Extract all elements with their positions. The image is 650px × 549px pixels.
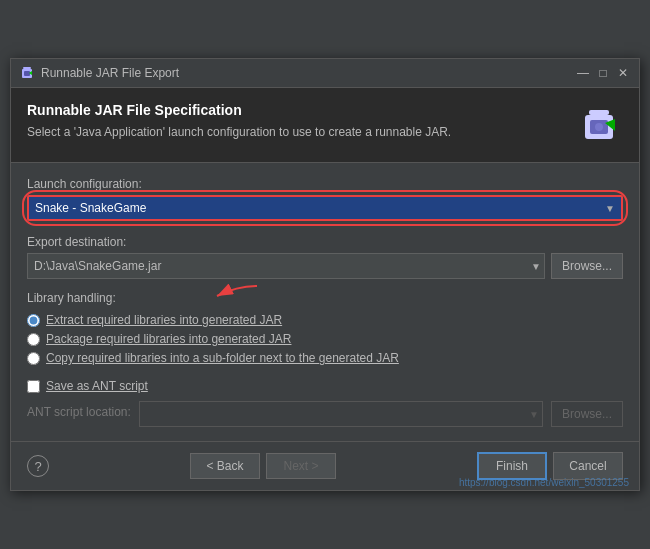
launch-config-wrapper: Snake - SnakeGame ▼	[27, 195, 623, 221]
form-content: Launch configuration: Snake - SnakeGame …	[11, 163, 639, 441]
back-button[interactable]: < Back	[190, 453, 260, 479]
svg-rect-2	[24, 71, 30, 76]
footer-right: Finish Cancel	[477, 452, 623, 480]
launch-config-row: Snake - SnakeGame ▼	[27, 195, 623, 221]
export-dest-label: Export destination:	[27, 235, 623, 249]
dialog-window: Runnable JAR File Export — □ ✕ Runnable …	[10, 58, 640, 491]
save-ant-row: Save as ANT script	[27, 379, 623, 393]
export-dest-row: ▼ Browse...	[27, 253, 623, 279]
save-ant-checkbox[interactable]	[27, 380, 40, 393]
library-handling-radio-group: Extract required libraries into generate…	[27, 313, 623, 365]
radio-copy-input[interactable]	[27, 352, 40, 365]
ant-script-label: ANT script location:	[27, 405, 131, 419]
radio-package-input[interactable]	[27, 333, 40, 346]
finish-button[interactable]: Finish	[477, 452, 547, 480]
header-description: Select a 'Java Application' launch confi…	[27, 124, 565, 141]
help-button[interactable]: ?	[27, 455, 49, 477]
cancel-button[interactable]: Cancel	[553, 452, 623, 480]
close-button[interactable]: ✕	[615, 65, 631, 81]
svg-rect-4	[589, 110, 609, 115]
radio-package-label: Package required libraries into generate…	[46, 332, 291, 346]
export-dest-wrapper: ▼	[27, 253, 545, 279]
save-ant-label: Save as ANT script	[46, 379, 148, 393]
launch-config-label: Launch configuration:	[27, 177, 623, 191]
ant-script-row: ANT script location: ▼ Browse...	[27, 401, 623, 427]
header-title: Runnable JAR File Specification	[27, 102, 565, 118]
radio-extract-label: Extract required libraries into generate…	[46, 313, 282, 327]
radio-copy-label: Copy required libraries into a sub-folde…	[46, 351, 399, 365]
next-button[interactable]: Next >	[266, 453, 336, 479]
browse-dest-button[interactable]: Browse...	[551, 253, 623, 279]
title-bar-text: Runnable JAR File Export	[41, 66, 569, 80]
library-handling-label: Library handling:	[27, 291, 623, 305]
title-bar: Runnable JAR File Export — □ ✕	[11, 59, 639, 88]
title-bar-controls: — □ ✕	[575, 65, 631, 81]
svg-point-7	[595, 123, 603, 131]
ant-script-input	[139, 401, 543, 427]
ant-script-wrapper: ▼	[139, 401, 543, 427]
radio-extract[interactable]: Extract required libraries into generate…	[27, 313, 623, 327]
launch-config-select[interactable]: Snake - SnakeGame	[27, 195, 623, 221]
header-text: Runnable JAR File Specification Select a…	[27, 102, 565, 141]
header-section: Runnable JAR File Specification Select a…	[11, 88, 639, 163]
radio-copy[interactable]: Copy required libraries into a sub-folde…	[27, 351, 623, 365]
maximize-button[interactable]: □	[595, 65, 611, 81]
footer-center: < Back Next >	[190, 453, 336, 479]
radio-package[interactable]: Package required libraries into generate…	[27, 332, 623, 346]
browse-ant-button: Browse...	[551, 401, 623, 427]
header-jar-icon	[575, 102, 623, 150]
footer: ? < Back Next > Finish Cancel https://bl…	[11, 441, 639, 490]
svg-rect-0	[23, 67, 31, 69]
minimize-button[interactable]: —	[575, 65, 591, 81]
export-dest-input[interactable]	[27, 253, 545, 279]
radio-extract-input[interactable]	[27, 314, 40, 327]
watermark-text: https://blog.csdn.net/weixin_50301255	[459, 477, 629, 488]
footer-left: ?	[27, 455, 49, 477]
jar-icon	[19, 65, 35, 81]
